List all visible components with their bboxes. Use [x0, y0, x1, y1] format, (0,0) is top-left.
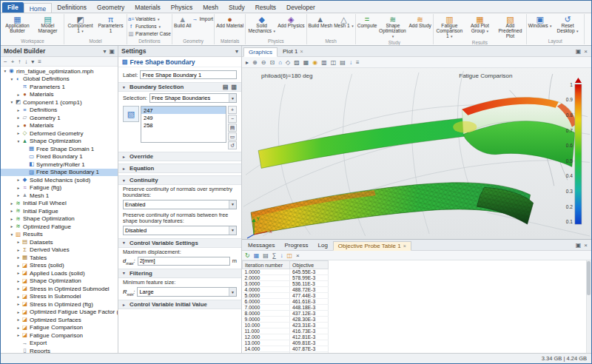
copy-selection-icon[interactable]: ▤: [223, 84, 229, 90]
tree-item-shape-optimization[interactable]: ▸≋Shape Optimization: [1, 215, 118, 223]
tree-item-fatigue-comparison[interactable]: ▸◪Fatigue Comparison: [1, 331, 118, 340]
color-legend-icon[interactable]: ▥: [321, 59, 327, 66]
tab-plot-1[interactable]: Plot 1×: [278, 47, 308, 56]
tree-expander-icon[interactable]: ▾: [9, 77, 15, 81]
export-table-icon[interactable]: ↓: [280, 252, 283, 259]
tree-expander-icon[interactable]: ▸: [16, 271, 21, 275]
snapshot-icon[interactable]: ◫: [331, 59, 337, 66]
table-row[interactable]: 13.000409.81E-3: [243, 340, 329, 346]
tree-item-datasets[interactable]: ▸▤Datasets: [1, 238, 118, 246]
node-filter-icon[interactable]: ≡: [38, 58, 41, 65]
copy-selection-list-icon[interactable]: ▤: [228, 124, 237, 132]
tree-item-shape-optimization[interactable]: ▸◪Shape Optimization: [1, 277, 118, 286]
vertical-scrollbar[interactable]: [586, 260, 591, 353]
ribbon-button-solid-mechanics[interactable]: ◆Solid Mechanics ▾: [246, 14, 277, 35]
ribbon-tab-results[interactable]: Results: [250, 2, 281, 13]
section-continuity[interactable]: ▾ Continuity: [118, 175, 241, 185]
tree-item-global-definitions[interactable]: ▾◐Global Definitions: [1, 75, 118, 84]
go-to-default-view-icon[interactable]: ⌂: [278, 59, 282, 66]
table-row[interactable]: 5.0000477.44E-3: [243, 293, 329, 299]
tree-expander-icon[interactable]: ▾: [16, 139, 21, 144]
tree-expander-icon[interactable]: ▾: [2, 69, 8, 73]
ribbon-button-parameters-1[interactable]: πParameters 1: [95, 14, 126, 35]
ribbon-button-shape-optimization[interactable]: ≋Shape Optimization ▾: [377, 14, 408, 40]
ribbon-tab-home[interactable]: Home: [24, 3, 53, 13]
ribbon-button-add-predefined-plot[interactable]: ▧Add Predefined Plot: [495, 14, 525, 40]
update-table-icon[interactable]: ↻: [245, 252, 250, 259]
tree-expander-icon[interactable]: ▸: [16, 115, 21, 120]
graphics-canvas[interactable]: phiload(6)=180 deg Fatigue Comparison 10…: [242, 68, 591, 239]
tab-graphics[interactable]: Graphics: [243, 47, 278, 57]
tree-expander-icon[interactable]: ▸: [16, 193, 21, 198]
tree-item-optimized-fatigue[interactable]: ▸≋Optimized Fatigue: [1, 223, 118, 231]
label-input[interactable]: [140, 70, 237, 79]
section-boundary-selection[interactable]: ▾ Boundary Selection ▤▥: [118, 82, 241, 92]
ribbon-tab-geometry[interactable]: Geometry: [92, 2, 130, 13]
ribbon-button-add-study[interactable]: ≋Add Study: [408, 14, 431, 30]
float-window-icon[interactable]: ▣: [576, 242, 582, 249]
orthographic-projection-icon[interactable]: ◇: [286, 59, 290, 66]
scrollbar-thumb[interactable]: [587, 261, 591, 295]
model-builder-menu-icon[interactable]: ▾: [103, 48, 106, 55]
tab-progress[interactable]: Progress: [280, 240, 312, 250]
tab-messages[interactable]: Messages: [243, 240, 279, 250]
model-builder-dock-icon[interactable]: ▣: [109, 48, 115, 55]
settings-menu-icon[interactable]: ▾: [235, 48, 238, 55]
table-row[interactable]: 15.000406.93E-3: [243, 352, 329, 354]
tree-expander-icon[interactable]: ▸: [16, 286, 21, 291]
zoom-out-icon[interactable]: ⊖: [261, 59, 266, 66]
table-row[interactable]: 9.0000428.30E-3: [243, 317, 329, 323]
ribbon-button-add-plot-group[interactable]: ▦Add Plot Group ▾: [465, 14, 495, 35]
section-control-variable-initial-value[interactable]: ▸ Control Variable Initial Value: [118, 300, 241, 309]
table-settings-icon[interactable]: ▦: [254, 252, 260, 259]
ribbon-button-build-mesh[interactable]: ▲Build Mesh: [308, 14, 334, 30]
close-tab-icon[interactable]: ×: [300, 49, 303, 54]
tree-item-rim-fatigue-optimization-mph[interactable]: ▾◉rim_fatigue_optimization.mph: [1, 67, 118, 75]
column-header-objective[interactable]: Objective: [290, 261, 329, 269]
clear-table-icon[interactable]: ×: [296, 252, 300, 259]
copy-table-icon[interactable]: ▤: [263, 252, 269, 259]
paste-selection-icon[interactable]: ▥: [231, 84, 237, 90]
tree-item-initial-full-wheel[interactable]: ▸≋Initial Full Wheel: [1, 200, 118, 208]
ribbon-button-fatigue-comparison-1[interactable]: ▥Fatigue Comparison 1 ▾: [434, 14, 465, 40]
scene-light-icon[interactable]: ◉: [312, 59, 317, 66]
tree-expander-icon[interactable]: ▸: [16, 317, 21, 322]
section-control-variable-settings[interactable]: ▾ Control Variable Settings: [118, 238, 241, 248]
ribbon-button-add-material[interactable]: ●Add Material: [215, 14, 244, 30]
tree-item-optimized-fatigue-usage-factor-ftg[interactable]: ▸◪Optimized Fatigue Usage Factor (ftg): [1, 309, 118, 317]
transparency-icon[interactable]: ▨: [294, 59, 300, 66]
tree-expander-icon[interactable]: ▸: [16, 108, 21, 112]
section-filtering[interactable]: ▾ Filtering: [118, 269, 241, 278]
tree-item-materials[interactable]: ▸●Materials: [1, 122, 118, 130]
add-to-selection-icon[interactable]: +: [228, 106, 237, 114]
tree-item-optimized-surfaces[interactable]: ▸◪Optimized Surfaces: [1, 316, 118, 324]
table-row[interactable]: 4.0000488.72E-3: [243, 287, 329, 293]
zoom-in-icon[interactable]: ⊕: [252, 59, 258, 66]
ribbon-button-import[interactable]: →Import: [192, 16, 213, 22]
tree-item-definitions[interactable]: ▸≡Definitions: [1, 107, 118, 115]
section-override[interactable]: ▸ Override: [118, 152, 241, 161]
tree-item-stress-in-optimized-submodel[interactable]: ▸◪Stress in Optimized Submodel: [1, 285, 118, 293]
tree-expander-icon[interactable]: ▸: [16, 255, 21, 260]
tree-expander-icon[interactable]: ▸: [16, 92, 21, 97]
tree-item-reports[interactable]: ▯Reports: [1, 347, 118, 353]
tree-expander-icon[interactable]: ▸: [16, 248, 21, 252]
plot-settings-icon[interactable]: ≡: [356, 59, 360, 66]
table-row[interactable]: 1.0000645.55E-3: [243, 269, 329, 275]
ribbon-button-build-all[interactable]: ▲Build All: [173, 14, 192, 30]
pointer-icon[interactable]: ▸: [246, 59, 249, 66]
ribbon-button-component-1[interactable]: ◩Component 1 ▾: [65, 14, 95, 35]
tree-expander-icon[interactable]: ▸: [9, 209, 15, 213]
tree-item-fixed-boundary-1[interactable]: ▭Fixed Boundary 1: [1, 153, 118, 161]
tree-expander-icon[interactable]: ▸: [9, 224, 15, 229]
tree-item-stress-in-submodel[interactable]: ▸◪Stress in Submodel: [1, 293, 118, 301]
deselect-icon[interactable]: ↺: [228, 141, 237, 149]
tree-item-derived-values[interactable]: ▸ΣDerived Values: [1, 246, 118, 255]
float-window-icon[interactable]: ▣: [576, 48, 582, 55]
remove-from-selection-icon[interactable]: −: [228, 115, 237, 123]
ribbon-button-model-manager[interactable]: ▤Model Manager: [33, 14, 63, 35]
wireframe-icon[interactable]: ▦: [303, 59, 309, 66]
selection-dropdown[interactable]: Free Shape Boundaries ▼: [149, 93, 237, 103]
column-header-iteration-number[interactable]: Iteration number: [243, 261, 290, 269]
close-window-icon[interactable]: ×: [584, 48, 588, 55]
